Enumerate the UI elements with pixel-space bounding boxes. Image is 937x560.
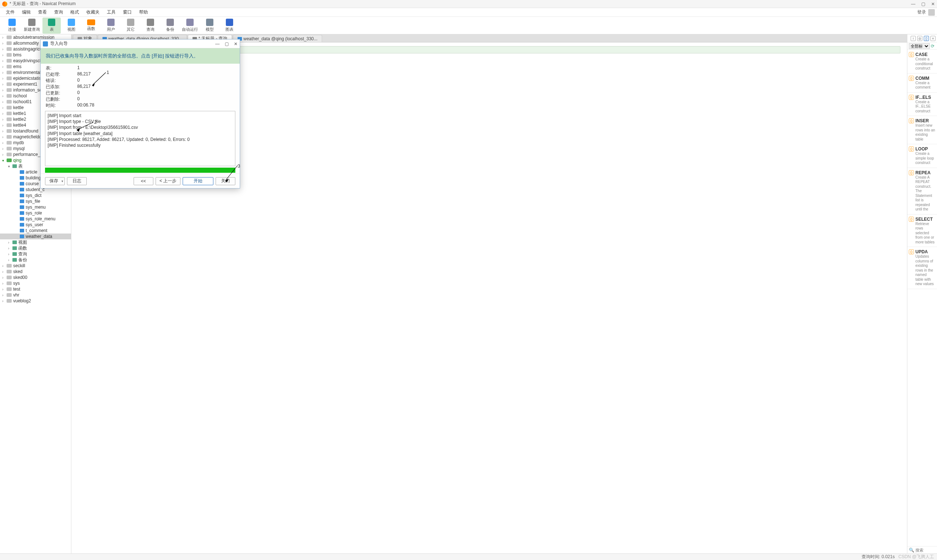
info-icon[interactable]: i xyxy=(911,36,916,41)
refresh-icon[interactable]: ⟳ xyxy=(930,43,935,49)
close-dialog-button[interactable]: 关闭 xyxy=(215,177,235,185)
snippet-item[interactable]: ()REPEA Create A REPEAT construct. The S… xyxy=(907,168,937,214)
save-button[interactable]: 保存 xyxy=(45,177,65,185)
menu-item[interactable]: 查询 xyxy=(51,9,67,15)
snippet-item[interactable]: ()CASE Create a conditional construct xyxy=(907,50,937,74)
tree-item[interactable]: ›视图 xyxy=(0,239,71,245)
tree-item[interactable]: ›sys xyxy=(0,280,71,286)
tree-item[interactable]: ›test xyxy=(0,286,71,292)
toolbar-button[interactable]: 图表 xyxy=(220,18,238,34)
tree-label: sys xyxy=(13,281,20,286)
first-page-button[interactable]: << xyxy=(134,177,153,185)
database-icon xyxy=(6,141,12,145)
tree-item[interactable]: ›备份 xyxy=(0,257,71,263)
table-icon xyxy=(20,217,24,221)
tree-item[interactable]: t_comment xyxy=(0,228,71,234)
toolbar-button[interactable]: 自动运行 xyxy=(181,18,199,34)
menu-item[interactable]: 窗口 xyxy=(119,9,135,15)
toolbar-button[interactable]: 其它 xyxy=(122,18,140,34)
toolbar-button[interactable]: 视图 xyxy=(62,18,80,34)
menu-item[interactable]: 编辑 xyxy=(18,9,34,15)
close-button[interactable]: ✕ xyxy=(931,2,935,6)
tree-item[interactable]: ›seckill xyxy=(0,263,71,269)
tree-label: magneticfieldc xyxy=(13,134,42,140)
database-icon xyxy=(6,264,12,268)
tree-label: environmentali xyxy=(13,70,42,75)
snippet-item[interactable]: ()IF...ELS Create a IF...ELSE construct xyxy=(907,92,937,116)
snippet-title: CASE xyxy=(915,52,928,57)
snippet-icon: () xyxy=(909,217,914,222)
minimize-button[interactable]: ― xyxy=(911,2,915,6)
toolbar-label: 图表 xyxy=(225,27,234,32)
toolbar-button[interactable]: 备份 xyxy=(161,18,179,34)
menu-item[interactable]: 格式 xyxy=(67,9,83,15)
toolbar-button[interactable]: 连接 xyxy=(3,18,21,34)
tree-item[interactable]: sys_dict xyxy=(0,192,71,198)
snippet-desc: Create A REPEAT construct. The Statement… xyxy=(909,175,935,212)
tree-item[interactable]: ›sked00 xyxy=(0,274,71,280)
avatar-icon xyxy=(928,9,935,16)
login-area[interactable]: 登录 xyxy=(917,9,935,16)
tree-item[interactable]: sys_user xyxy=(0,222,71,228)
tree-item[interactable]: sys_role xyxy=(0,210,71,216)
prev-step-button[interactable]: < 上一步 xyxy=(155,177,180,185)
menu-item[interactable]: 帮助 xyxy=(135,9,152,15)
log-button[interactable]: 日志 xyxy=(67,177,87,185)
snippet-item[interactable]: ()SELECT Retrieve rows selected from one… xyxy=(907,214,937,248)
dialog-maximize-button[interactable]: ▢ xyxy=(225,42,229,46)
dialog-close-button[interactable]: ✕ xyxy=(234,42,237,46)
table-icon xyxy=(20,229,24,232)
database-icon xyxy=(6,59,12,63)
menu-item[interactable]: 工具 xyxy=(103,9,119,15)
tree-item[interactable]: sys_menu xyxy=(0,204,71,210)
login-label: 登录 xyxy=(917,9,926,15)
toolbar-button[interactable]: 查询 xyxy=(141,18,160,34)
toolbar-button[interactable]: 用户 xyxy=(102,18,120,34)
tree-label: vueblog2 xyxy=(13,298,31,303)
tree-item[interactable]: ›vhr xyxy=(0,292,71,298)
tree-item[interactable]: ›vueblog2 xyxy=(0,298,71,304)
database-icon xyxy=(6,275,12,279)
database-icon xyxy=(6,123,12,127)
snippet-item[interactable]: ()INSER Insert new rows into an existing… xyxy=(907,116,937,144)
menu-item[interactable]: 收藏夹 xyxy=(83,9,103,15)
braces-icon[interactable]: {} xyxy=(924,36,929,41)
table-icon xyxy=(20,200,24,203)
tree-item[interactable]: sys_role_menu xyxy=(0,216,71,222)
stat-errors-label: 错误: xyxy=(46,78,75,84)
import-log[interactable]: [IMP] Import start [IMP] Import type - C… xyxy=(45,111,235,166)
snippet-item[interactable]: ()COMM Create a comment xyxy=(907,74,937,92)
stat-updated-value: 0 xyxy=(77,90,235,96)
list-icon[interactable]: ≡ xyxy=(931,36,935,41)
snippet-item[interactable]: ()LOOP Create a simple loop construct xyxy=(907,144,937,168)
editor-tab[interactable]: weather_data @qing (localhost_330... xyxy=(233,35,322,42)
menu-item[interactable]: 查看 xyxy=(34,9,51,15)
tree-label: 查询 xyxy=(18,251,27,257)
snippets-filter[interactable]: 全部标 ⟳ xyxy=(907,43,937,50)
toolbar-label: 自动运行 xyxy=(182,27,198,32)
toolbar-button[interactable]: 函数 xyxy=(82,18,100,34)
tree-item[interactable]: weather_data xyxy=(0,234,71,239)
tree-item[interactable]: ›查询 xyxy=(0,251,71,257)
tree-item[interactable]: ›sked xyxy=(0,269,71,274)
snippet-icon: () xyxy=(909,249,914,254)
toolbar-icon xyxy=(48,18,55,26)
toolbar-button[interactable]: 表 xyxy=(43,18,61,34)
toolbar-label: 表 xyxy=(50,27,54,32)
snippets-filter-select[interactable]: 全部标 xyxy=(909,43,930,49)
dialog-minimize-button[interactable]: ― xyxy=(215,42,220,46)
eye-icon[interactable]: ◎ xyxy=(917,36,922,41)
dialog-button-row: 保存 日志 << < 上一步 开始 关闭 xyxy=(41,174,240,188)
toolbar-icon xyxy=(8,18,16,26)
tree-item[interactable]: ›函数 xyxy=(0,245,71,251)
snippet-item[interactable]: ()UPDA Updates columns of existing rows … xyxy=(907,247,937,289)
menu-item[interactable]: 文件 xyxy=(2,9,18,15)
toolbar-button[interactable]: 新建查询 xyxy=(23,18,41,34)
tree-item[interactable]: sys_file xyxy=(0,198,71,204)
snippets-search-input[interactable] xyxy=(915,548,935,552)
snippets-search[interactable]: 🔍 xyxy=(907,546,937,554)
maximize-button[interactable]: ▢ xyxy=(921,2,925,6)
start-button[interactable]: 开始 xyxy=(183,177,213,185)
snippet-list[interactable]: ()CASE Create a conditional construct()C… xyxy=(907,50,937,546)
toolbar-button[interactable]: 模型 xyxy=(201,18,219,34)
